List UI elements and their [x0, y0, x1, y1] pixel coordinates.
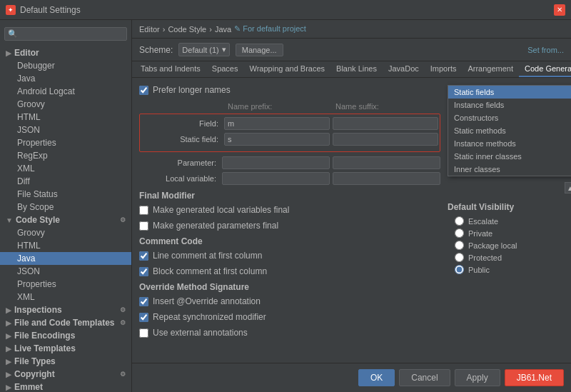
- sidebar-item-groovy[interactable]: Groovy: [0, 98, 131, 111]
- expand-arrow: ▶: [6, 49, 11, 57]
- tab-blank-lines[interactable]: Blank Lines: [330, 61, 383, 77]
- field-prefix-input[interactable]: [224, 117, 330, 130]
- visibility-radio-escalate[interactable]: [455, 216, 464, 226]
- insert-override-checkbox[interactable]: [139, 297, 148, 306]
- sidebar-item-file-status[interactable]: File Status: [0, 188, 131, 201]
- expand-arrow: ▶: [6, 345, 11, 353]
- external-annotations-checkbox[interactable]: [139, 328, 148, 338]
- sidebar-item-label: JSON: [17, 266, 40, 276]
- tab-tabs-and-indents[interactable]: Tabs and Indents: [135, 61, 206, 77]
- dropdown-item-instance-methods[interactable]: Instance methods: [448, 137, 571, 150]
- expand-arrow: ▶: [6, 332, 11, 340]
- sidebar-item-html[interactable]: HTML: [0, 239, 131, 252]
- comment-code-title: Comment Code: [139, 236, 440, 246]
- search-input[interactable]: [18, 30, 123, 39]
- sidebar-item-label: Groovy: [17, 99, 45, 109]
- search-box[interactable]: 🔍: [4, 27, 127, 41]
- dropdown-item-instance-fields[interactable]: Instance fields: [448, 99, 571, 111]
- make-params-final-checkbox[interactable]: [139, 221, 148, 231]
- sidebar-item-groovy[interactable]: Groovy: [0, 226, 131, 239]
- external-annotations-label: Use external annotations: [153, 328, 248, 338]
- help-button[interactable]: JB61.Net: [505, 369, 564, 386]
- field-label: Field:: [141, 119, 224, 128]
- line-comment-checkbox[interactable]: [139, 251, 148, 261]
- sidebar-item-editor[interactable]: ▶Editor: [0, 46, 131, 59]
- sidebar-item-android-logcat[interactable]: Android Logcat: [0, 85, 131, 98]
- sidebar-item-file-types[interactable]: ▶File Types: [0, 355, 131, 368]
- sidebar-item-label: Android Logcat: [17, 86, 75, 96]
- sidebar-item-label: Emmet: [14, 382, 43, 392]
- breadcrumb-codestyle: Code Style: [168, 25, 206, 34]
- sidebar-item-xml[interactable]: XML: [0, 162, 131, 175]
- sidebar-item-regexp[interactable]: RegExp: [0, 149, 131, 162]
- scheme-select[interactable]: Default (1) ▾: [178, 43, 229, 56]
- move-up-button[interactable]: ▲: [565, 182, 571, 194]
- dropdown-item-inner-classes[interactable]: Inner classes: [448, 163, 571, 176]
- sidebar-item-live-templates[interactable]: ▶Live Templates: [0, 342, 131, 355]
- sidebar-item-label: Groovy: [17, 228, 45, 238]
- prefer-longer-names-checkbox[interactable]: [139, 86, 148, 95]
- expand-arrow: ▶: [6, 319, 11, 327]
- tab-wrapping-and-braces[interactable]: Wrapping and Braces: [244, 61, 331, 77]
- cancel-button[interactable]: Cancel: [399, 369, 450, 386]
- manage-button[interactable]: Manage...: [236, 44, 283, 56]
- dropdown-item-static-methods[interactable]: Static methods: [448, 124, 571, 137]
- close-button[interactable]: ✕: [554, 4, 565, 16]
- parameter-suffix-input[interactable]: [333, 156, 440, 169]
- sidebar-item-properties[interactable]: Properties: [0, 136, 131, 149]
- sidebar-item-json[interactable]: JSON: [0, 124, 131, 136]
- block-comment-label: Block comment at first column: [153, 266, 267, 276]
- sidebar-item-label: By Scope: [17, 202, 54, 212]
- visibility-option-protected: Protected: [455, 253, 571, 262]
- tab-javadoc[interactable]: JavaDoc: [383, 61, 425, 77]
- sidebar-item-file-and-code-templates[interactable]: ▶File and Code Templates⚙: [0, 316, 131, 329]
- field-row-parameter: Parameter:: [139, 156, 440, 169]
- search-icon: 🔍: [8, 29, 18, 39]
- repeat-synchronized-checkbox[interactable]: [139, 313, 148, 322]
- sidebar-item-emmet[interactable]: ▶Emmet: [0, 381, 131, 392]
- set-from-link[interactable]: Set from...: [527, 46, 564, 54]
- make-local-final-checkbox[interactable]: [139, 206, 148, 215]
- visibility-radio-protected[interactable]: [455, 253, 464, 262]
- sidebar-item-debugger[interactable]: Debugger: [0, 59, 131, 72]
- block-comment-checkbox[interactable]: [139, 267, 148, 276]
- sidebar-item-file-encodings[interactable]: ▶File Encodings: [0, 329, 131, 342]
- dropdown-item-static-fields[interactable]: Static fields: [448, 86, 571, 99]
- visibility-radio-private[interactable]: [455, 228, 464, 238]
- sidebar-item-java[interactable]: Java: [0, 252, 131, 265]
- dropdown-item-constructors[interactable]: Constructors: [448, 111, 571, 124]
- parameter-prefix-input[interactable]: [222, 156, 330, 169]
- make-local-final-row: Make generated local variables final: [139, 205, 440, 215]
- tab-imports[interactable]: Imports: [425, 61, 463, 77]
- sidebar-item-code-style[interactable]: ▼Code Style⚙: [0, 213, 131, 226]
- sidebar-item-xml[interactable]: XML: [0, 291, 131, 303]
- sidebar-item-html[interactable]: HTML: [0, 111, 131, 124]
- sidebar-item-label: Debugger: [17, 61, 55, 71]
- visibility-radio-public[interactable]: [455, 265, 464, 274]
- sidebar-item-label: Inspections: [14, 305, 62, 315]
- ok-button[interactable]: OK: [358, 369, 395, 386]
- sidebar-item-json[interactable]: JSON: [0, 265, 131, 278]
- localvar-prefix-input[interactable]: [222, 172, 330, 185]
- tab-code-generation[interactable]: Code Generation: [519, 61, 571, 77]
- sidebar-item-diff[interactable]: Diff: [0, 175, 131, 188]
- sidebar-item-properties[interactable]: Properties: [0, 278, 131, 291]
- static-field-suffix-input[interactable]: [333, 133, 438, 146]
- sidebar-item-label: Java: [17, 253, 35, 263]
- static-field-prefix-input[interactable]: [224, 133, 330, 146]
- sidebar-item-inspections[interactable]: ▶Inspections⚙: [0, 303, 131, 316]
- dropdown-item-static-inner-classes[interactable]: Static inner classes: [448, 150, 571, 163]
- localvar-suffix-input[interactable]: [333, 172, 440, 185]
- field-row-field: Field:: [141, 117, 438, 130]
- field-suffix-input[interactable]: [333, 117, 438, 130]
- sidebar-item-copyright[interactable]: ▶Copyright⚙: [0, 368, 131, 381]
- visibility-option-escalate: Escalate: [455, 216, 571, 226]
- sidebar-item-by-scope[interactable]: By Scope: [0, 201, 131, 213]
- tab-arrangement[interactable]: Arrangement: [462, 61, 519, 77]
- sidebar-item-label: XML: [17, 292, 35, 302]
- prefer-longer-names-label: Prefer longer names: [153, 85, 231, 95]
- visibility-radio-package-local[interactable]: [455, 241, 464, 250]
- sidebar-item-java[interactable]: Java: [0, 72, 131, 85]
- tab-spaces[interactable]: Spaces: [206, 61, 244, 77]
- apply-button[interactable]: Apply: [455, 369, 500, 386]
